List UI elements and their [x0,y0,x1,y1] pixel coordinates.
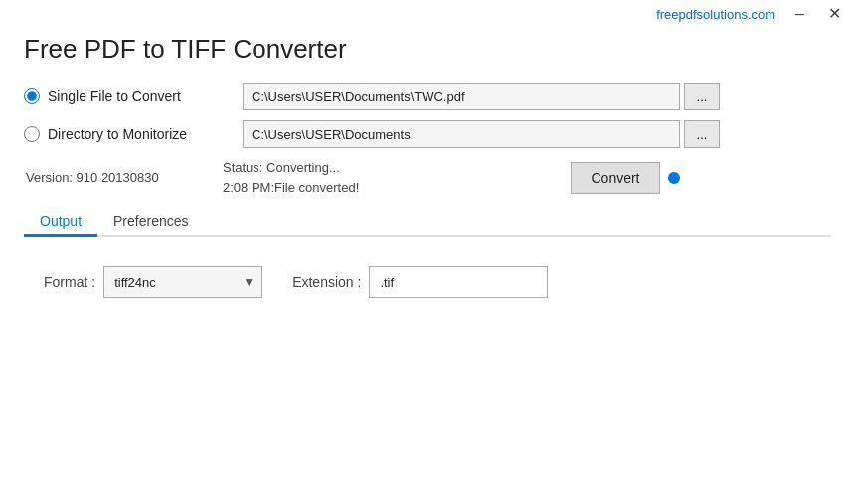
blue-dot-indicator [668,172,680,184]
tab-output[interactable]: Output [24,207,97,235]
format-label: Format : [44,274,95,290]
directory-radio[interactable] [24,126,40,142]
extension-input[interactable] [369,266,548,298]
single-file-path-input[interactable] [243,83,680,110]
website-link[interactable]: freepdfsolutions.com [656,7,775,22]
directory-path-input[interactable] [243,120,680,148]
status-row: Version: 910 20130830 Status: Converting… [24,158,831,197]
main-content: Free PDF to TIFF Converter Single File t… [0,28,855,342]
close-button[interactable]: ✕ [824,6,845,22]
directory-label[interactable]: Directory to Monitorize [24,126,243,142]
format-select[interactable]: tiff24nc [103,266,262,298]
status-line1: Status: Converting... [223,158,521,178]
format-field-group: Format : tiff24nc ▼ [44,266,262,298]
window-controls: – ✕ [791,6,845,22]
extension-label: Extension : [292,274,361,290]
directory-browse-button[interactable]: ... [684,120,720,148]
tabs-container: Output Preferences [24,207,831,237]
status-text: Status: Converting... 2:08 PM:File conve… [223,158,521,197]
output-panel: Format : tiff24nc ▼ Extension : [44,266,811,298]
title-bar: freepdfsolutions.com – ✕ [0,0,855,28]
single-file-browse-button[interactable]: ... [684,83,720,110]
directory-row: Directory to Monitorize ... [24,120,831,148]
tab-content-output: Format : tiff24nc ▼ Extension : [24,237,831,318]
single-file-radio[interactable] [24,88,40,104]
version-text: Version: 910 20130830 [24,170,223,185]
extension-field-group: Extension : [292,266,548,298]
convert-button[interactable]: Convert [571,162,660,194]
tab-preferences[interactable]: Preferences [97,207,204,235]
format-select-container: tiff24nc ▼ [103,266,262,298]
single-file-text: Single File to Convert [48,88,181,104]
minimize-button[interactable]: – [791,6,808,22]
status-line2: 2:08 PM:File converted! [223,178,521,198]
single-file-row: Single File to Convert ... [24,83,831,110]
single-file-label[interactable]: Single File to Convert [24,88,243,104]
directory-text: Directory to Monitorize [48,126,187,142]
app-title: Free PDF to TIFF Converter [24,34,831,65]
